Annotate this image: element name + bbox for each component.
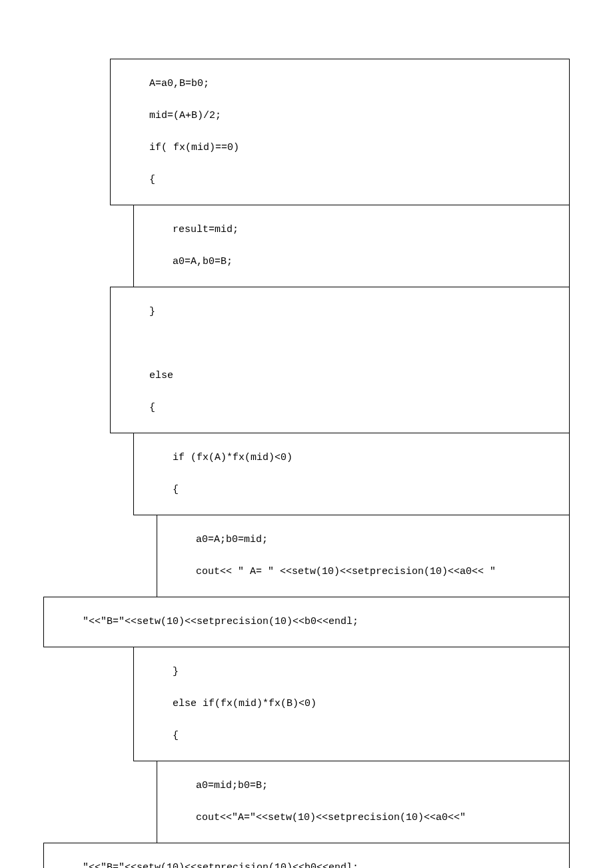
- code-text: {: [149, 402, 155, 413]
- code-line: "<<"B="<<setw(10)<<setprecision(10)<<b0<…: [43, 597, 570, 647]
- code-text: A=a0,B=b0;: [149, 78, 209, 89]
- code-text: {: [149, 174, 155, 185]
- code-text: {: [173, 730, 179, 741]
- code-line: a0=A;b0=mid; cout<< " A= " <<setw(10)<<s…: [157, 515, 570, 597]
- code-text: a0=A;b0=mid;: [196, 534, 268, 545]
- code-line: if (fx(A)*fx(mid)<0) {: [133, 433, 570, 515]
- code-text: mid=(A+B)/2;: [149, 110, 221, 121]
- code-line: a0=mid;b0=B; cout<<"A="<<setw(10)<<setpr…: [157, 761, 570, 843]
- code-text: else if(fx(mid)*fx(B)<0): [173, 698, 316, 709]
- code-text: }: [149, 306, 155, 317]
- code-text: "<<"B="<<setw(10)<<setprecision(10)<<b0<…: [83, 616, 358, 627]
- code-text: result=mid;: [173, 224, 239, 235]
- code-text: "<<"B="<<setw(10)<<setprecision(10)<<b0<…: [83, 862, 358, 868]
- code-text: if( fx(mid)==0): [149, 142, 239, 153]
- code-text: cout<< " A= " <<setw(10)<<setprecision(1…: [196, 566, 496, 577]
- code-line: } else {: [110, 287, 570, 433]
- document-page: A=a0,B=b0; mid=(A+B)/2; if( fx(mid)==0) …: [0, 0, 613, 868]
- code-line: A=a0,B=b0; mid=(A+B)/2; if( fx(mid)==0) …: [110, 59, 570, 205]
- code-text: {: [173, 484, 179, 495]
- code-line: "<<"B="<<setw(10)<<setprecision(10)<<b0<…: [43, 843, 570, 868]
- code-text: a0=A,b0=B;: [173, 256, 233, 267]
- code-text: if (fx(A)*fx(mid)<0): [173, 452, 293, 463]
- code-text: else: [149, 370, 173, 381]
- code-text: a0=mid;b0=B;: [196, 780, 268, 791]
- code-text: cout<<"A="<<setw(10)<<setprecision(10)<<…: [196, 812, 466, 823]
- code-line: result=mid; a0=A,b0=B;: [133, 205, 570, 287]
- code-line: } else if(fx(mid)*fx(B)<0) {: [133, 647, 570, 761]
- code-text: }: [173, 666, 179, 677]
